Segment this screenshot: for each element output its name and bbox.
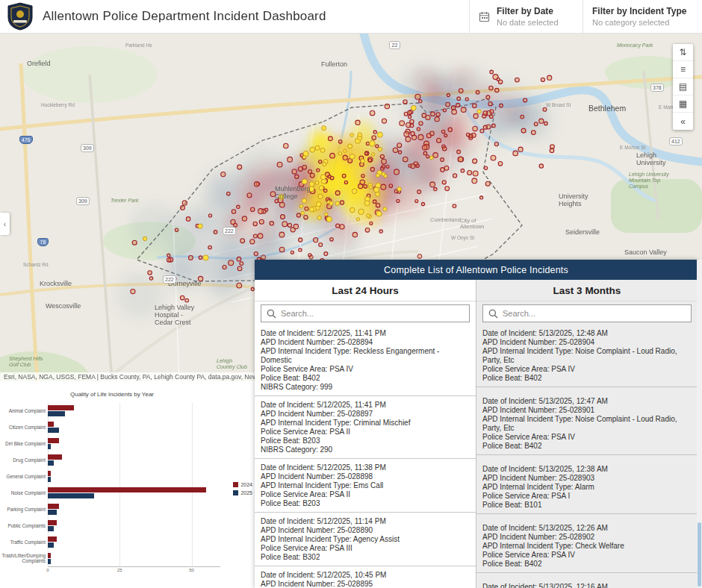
incident-entry[interactable]: Date of Incident: 5/12/2025, 11:41 PMAPD… [255, 327, 476, 396]
incident-entry[interactable]: Date of Incident: 5/13/2025, 12:38 AMAPD… [476, 463, 698, 514]
filter-by-date[interactable]: Filter by Date No date selected [469, 0, 583, 33]
incident-line: APD Internal Incident Type: Noise Compla… [482, 415, 692, 433]
header-filters: Filter by Date No date selected Filter b… [469, 0, 702, 33]
incident-entry[interactable]: Date of Incident: 5/12/2025, 11:38 PMAPD… [255, 461, 476, 513]
incident-line: APD Internal Incident Type: Ems Call [261, 481, 470, 490]
map-side-collapse-arrow[interactable]: ‹ [0, 213, 10, 235]
layers-icon[interactable]: ▤ [673, 78, 693, 96]
chart-title: Quality of Life Incidents by Year [0, 391, 224, 398]
chart-category-label: Trash/Litter/Dumping Complaints [0, 554, 48, 564]
incident-list-3mo: Date of Incident: 5/13/2025, 12:48 AMAPD… [476, 325, 698, 588]
incident-entry[interactable]: Date of Incident: 5/13/2025, 12:26 AMAPD… [476, 522, 698, 573]
bar-2024 [48, 487, 206, 492]
chart-row: Drug Complaint [0, 452, 255, 469]
incident-line: APD Incident Number: 25-028904 [482, 338, 692, 347]
incident-line: Police Beat: B402 [482, 560, 692, 569]
chart-category-label: General Complaint [0, 475, 48, 480]
bar-2024 [48, 471, 51, 476]
bar-2024 [48, 520, 57, 525]
incident-list-24h: Date of Incident: 5/12/2025, 11:41 PMAPD… [255, 325, 476, 588]
chart-category-label: Public Complaints [0, 524, 48, 529]
incident-line: Date of Incident: 5/13/2025, 12:38 AM [482, 465, 692, 474]
incident-entry[interactable]: Date of Incident: 5/12/2025, 11:14 PMAPD… [255, 515, 476, 566]
incident-line: Police Beat: B203 [261, 499, 470, 508]
apd-badge-logo [7, 2, 33, 31]
incident-entry[interactable]: Date of Incident: 5/12/2025, 10:45 PMAPD… [255, 569, 476, 588]
incident-entry[interactable]: Date of Incident: 5/12/2025, 11:41 PMAPD… [255, 398, 476, 459]
chart-category-label: Parking Complaint [0, 507, 48, 513]
search-input-3mo[interactable] [503, 309, 686, 318]
chart-category-label: Noise Complaint [0, 491, 48, 496]
incident-entry[interactable]: Date of Incident: 5/13/2025, 12:16 AMAPD… [476, 581, 698, 588]
incident-line: APD Incident Number: 25-028890 [261, 526, 470, 535]
incident-line: Date of Incident: 5/12/2025, 11:41 PM [261, 329, 470, 338]
qol-incidents-chart: Quality of Life Incidents by Year Animal… [0, 381, 255, 588]
incident-line: Date of Incident: 5/12/2025, 10:45 PM [261, 571, 470, 580]
chart-category-label: Drug Complaint [0, 458, 48, 463]
incident-line: NIBRS Category: 290 [261, 445, 470, 454]
bar-2025 [48, 526, 54, 531]
basemap-icon[interactable]: ▦ [673, 96, 693, 113]
chart-row: Dirt Bike Complaint [0, 436, 255, 452]
column-last-24-hours: Last 24 Hours Date of Incident: 5/12/202… [255, 280, 476, 588]
incident-list-panel: Complete List of Allentown Police Incide… [255, 260, 698, 588]
expand-collapse-icon[interactable]: ⇅ [673, 44, 693, 61]
collapse-toolbar-icon[interactable]: « [673, 113, 693, 130]
incident-line: APD Internal Incident Type: Alarm [482, 483, 692, 492]
chart-row: Parking Complaint [0, 501, 255, 518]
incident-line: Police Service Area: PSA IV [482, 365, 692, 374]
legend-item: 2024 [233, 482, 252, 487]
incident-line: APD Incident Number: 25-028895 [261, 580, 470, 588]
incident-entry[interactable]: Date of Incident: 5/13/2025, 12:48 AMAPD… [476, 327, 698, 387]
bar-2025 [48, 444, 51, 449]
incident-line: Police Beat: B402 [261, 374, 470, 383]
legend-swatch [233, 482, 238, 487]
incident-line: Police Beat: B402 [482, 442, 692, 451]
incident-line: Police Service Area: PSA IV [261, 365, 470, 374]
page-title: Allentown Police Department Incident Das… [43, 9, 326, 24]
filter-by-incident-type[interactable]: Filter by Incident Type No category sele… [583, 0, 702, 33]
incident-line: NIBRS Category: 999 [261, 383, 470, 392]
dashboard: Allentown Police Department Incident Das… [0, 0, 702, 588]
legend-swatch [233, 490, 238, 495]
filter-date-value: No date selected [497, 18, 559, 27]
incident-line: APD Incident Number: 25-028902 [482, 533, 692, 542]
scrollbar-thumb[interactable] [698, 522, 701, 587]
bar-2025 [48, 477, 51, 482]
x-tick-label: 0 [46, 568, 49, 572]
incident-line: Date of Incident: 5/13/2025, 12:48 AM [482, 329, 692, 338]
incident-line: APD Incident Number: 25-028901 [482, 406, 692, 415]
bar-2025 [48, 428, 59, 433]
chart-category-label: Animal Complaint [0, 409, 48, 414]
bar-2024 [48, 438, 59, 443]
chart-row: Traffic Complaint [0, 534, 255, 551]
bar-2025 [48, 559, 51, 564]
bar-2024 [48, 454, 62, 460]
search-input-24h[interactable] [281, 309, 464, 318]
panel-scrollbar[interactable] [697, 260, 702, 588]
panel-title: Complete List of Allentown Police Incide… [255, 260, 698, 280]
chart-row: General Complaint [0, 469, 255, 485]
bar-2024 [48, 553, 51, 558]
bar-2024 [48, 405, 74, 410]
search-icon [267, 309, 276, 319]
incident-line: Police Service Area: PSA I [482, 492, 692, 501]
search-box-24h[interactable] [261, 304, 470, 322]
incident-entry[interactable]: Date of Incident: 5/13/2025, 12:47 AMAPD… [476, 395, 698, 455]
chart-row: Noise Complaint [0, 485, 255, 501]
incident-line: APD Incident Number: 25-028894 [261, 338, 470, 347]
incident-line: APD Internal Incident Type: Reckless Eng… [261, 347, 470, 365]
x-tick-label: 25 [117, 568, 122, 572]
incident-line: Police Service Area: PSA IV [482, 551, 692, 560]
column-header-last-3-months: Last 3 Months [476, 280, 698, 301]
bar-2024 [48, 504, 59, 509]
search-box-3mo[interactable] [482, 304, 692, 322]
incident-line: APD Internal Incident Type: Noise Compla… [482, 347, 692, 365]
map-toolbar: ⇅≡▤▦« [673, 44, 693, 130]
filter-type-value: No category selected [592, 18, 686, 27]
chart-row: Animal Complaint [0, 403, 255, 419]
chart-category-label: Dirt Bike Complaint [0, 442, 48, 447]
incident-line: APD Incident Number: 25-028903 [482, 474, 692, 483]
app-header: Allentown Police Department Incident Das… [0, 0, 702, 34]
legend-icon[interactable]: ≡ [673, 61, 693, 78]
